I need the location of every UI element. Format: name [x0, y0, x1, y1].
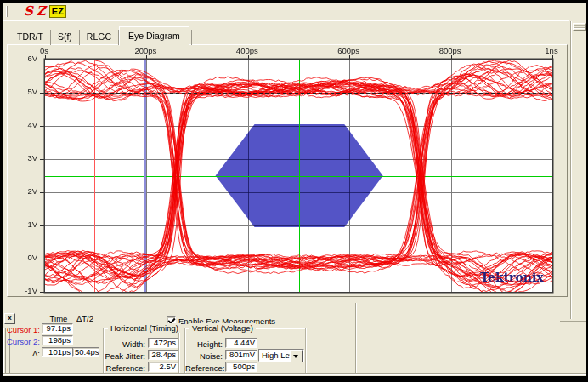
- delta-t2-column-header: ΔT/2: [71, 314, 99, 323]
- axis-tick-label: 0V: [13, 253, 37, 262]
- tab-eye-diagram[interactable]: Eye Diagram: [119, 26, 189, 46]
- delta-t2-field[interactable]: 50.4ps: [72, 347, 99, 357]
- toolbar-grip[interactable]: [6, 6, 8, 17]
- x-axis-labels: 0s200ps400ps600ps800ps1ns: [8, 45, 565, 59]
- logo-letter-s: S: [24, 3, 33, 19]
- axis-tick-label: 1ns: [534, 46, 568, 55]
- delta-time-field[interactable]: 101ps: [42, 347, 73, 357]
- width-field[interactable]: 472ps: [148, 338, 178, 348]
- eye-diagram-plot[interactable]: [8, 46, 566, 295]
- logo-letter-z: Z: [37, 3, 46, 19]
- peak-jitter-field[interactable]: 28.4ps: [148, 350, 178, 360]
- close-measurements-button[interactable]: x: [4, 313, 15, 324]
- horizontal-timing-group: Horizontal (Timing) Width: 472ps Peak Ji…: [103, 328, 179, 373]
- axis-tick-label: -1V: [13, 286, 37, 295]
- horizontal-reference-label: Reference:: [104, 363, 145, 373]
- tab-tdrt[interactable]: TDR/T: [10, 30, 51, 45]
- axis-tick-label: 200ps: [128, 46, 162, 55]
- width-label: Width:: [104, 339, 145, 349]
- right-pane-divider: [560, 321, 586, 322]
- vertical-voltage-group: Vertical (Voltage) Height: 4.44V Noise: …: [184, 328, 306, 373]
- measure-panel-divider: [355, 303, 357, 374]
- vertical-reference-label: Reference:: [185, 363, 223, 373]
- peak-jitter-label: Peak Jitter:: [104, 351, 145, 361]
- horizontal-reference-field[interactable]: 2.5V: [148, 362, 178, 372]
- axis-tick-label: 5V: [13, 87, 37, 96]
- axis-tick-label: 3V: [13, 153, 37, 162]
- tab-sf[interactable]: S(f): [51, 30, 80, 45]
- axis-tick-label: 4V: [13, 120, 37, 129]
- horizontal-timing-title: Horizontal (Timing): [108, 323, 181, 333]
- tab-rlgc[interactable]: RLGC: [80, 30, 119, 45]
- bottom-edge: [3, 373, 586, 375]
- right-splitter-grip[interactable]: [573, 23, 586, 31]
- axis-tick-label: 800ps: [433, 46, 467, 55]
- y-axis-labels: 6V5V4V3V2V1V0V-1V: [8, 45, 44, 294]
- noise-label: Noise:: [185, 351, 223, 361]
- noise-field[interactable]: 801mV: [225, 350, 257, 360]
- axis-tick-label: 1V: [13, 220, 37, 229]
- axis-tick-label: 400ps: [230, 46, 264, 55]
- tab-bar: TDR/T S(f) RLGC Eye Diagram: [10, 27, 192, 45]
- noise-level-dropdown[interactable]: High Level: [258, 349, 304, 362]
- cursor1-time-field[interactable]: 97.1ps: [42, 323, 73, 334]
- right-splitter[interactable]: [570, 21, 572, 319]
- cursor2-label: Cursor 2:: [2, 337, 40, 346]
- time-column-header: Time: [42, 314, 75, 323]
- toolbar-divider: [3, 20, 569, 21]
- dropdown-arrow-icon[interactable]: [290, 350, 303, 362]
- vertical-reference-field[interactable]: 500ps: [225, 362, 257, 372]
- tab-strip-end: [189, 30, 192, 45]
- vertical-voltage-title: Vertical (Voltage): [189, 323, 256, 333]
- app-logo: S Z EZ: [24, 3, 66, 19]
- height-field[interactable]: 4.44V: [225, 338, 257, 348]
- height-label: Height:: [185, 339, 223, 349]
- axis-tick-label: 6V: [13, 54, 37, 63]
- cursor1-label: Cursor 1:: [2, 325, 40, 334]
- cursor2-time-field[interactable]: 198ps: [42, 335, 73, 345]
- axis-tick-label: 600ps: [331, 46, 365, 55]
- axis-tick-label: 2V: [13, 186, 37, 196]
- eye-diagram-panel: 0s200ps400ps600ps800ps1ns 6V5V4V3V2V1V0V…: [7, 44, 568, 297]
- delta-label: Δ:: [2, 349, 40, 358]
- logo-badge-ez: EZ: [49, 5, 66, 18]
